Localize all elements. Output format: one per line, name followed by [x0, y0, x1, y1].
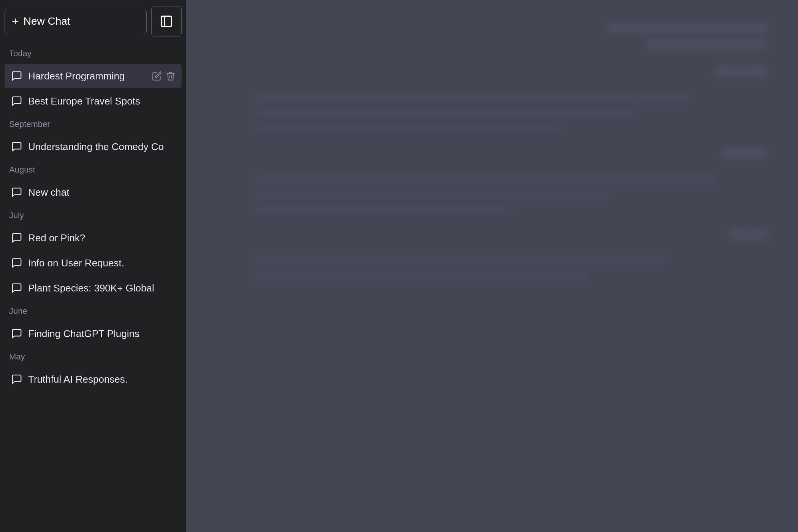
- section-september: September Understanding the Comedy Co: [5, 116, 182, 159]
- chat-icon: [11, 141, 23, 153]
- chat-title: New chat: [28, 187, 176, 198]
- chat-icon: [11, 373, 23, 385]
- chat-icon: [11, 257, 23, 269]
- sidebar-toggle-button[interactable]: [151, 6, 182, 36]
- blurred-chat-area: [186, 0, 798, 532]
- chat-item-truthful-ai[interactable]: Truthful AI Responses.: [5, 367, 182, 391]
- chat-item-plant-species[interactable]: Plant Species: 390K+ Global: [5, 276, 182, 300]
- section-label-june: June: [5, 303, 182, 319]
- chat-title: Info on User Request.: [28, 257, 176, 269]
- section-today: Today Hardest Programming: [5, 46, 182, 113]
- trash-icon[interactable]: [166, 71, 176, 81]
- chat-icon: [11, 186, 23, 198]
- chat-item-finding-chatgpt[interactable]: Finding ChatGPT Plugins: [5, 321, 182, 346]
- section-june: June Finding ChatGPT Plugins: [5, 303, 182, 346]
- new-chat-button[interactable]: + New Chat: [5, 9, 147, 34]
- chat-title: Plant Species: 390K+ Global: [28, 282, 176, 294]
- chat-item-new-chat-aug[interactable]: New chat: [5, 180, 182, 204]
- sidebar-toggle-icon: [160, 14, 173, 28]
- chat-title: Finding ChatGPT Plugins: [28, 328, 176, 340]
- new-chat-label: New Chat: [24, 15, 70, 27]
- chat-item-best-europe[interactable]: Best Europe Travel Spots: [5, 89, 182, 113]
- section-label-september: September: [5, 116, 182, 132]
- chat-title: Best Europe Travel Spots: [28, 95, 176, 107]
- sidebar: + New Chat Today Hardest Programming: [0, 0, 186, 532]
- chat-title: Red or Pink?: [28, 232, 176, 244]
- action-icons: [152, 71, 176, 81]
- section-label-may: May: [5, 349, 182, 365]
- chat-title: Understanding the Comedy Co: [28, 141, 176, 153]
- chat-icon: [11, 328, 23, 340]
- section-august: August New chat: [5, 162, 182, 204]
- chat-item-comedy[interactable]: Understanding the Comedy Co: [5, 135, 182, 159]
- section-label-today: Today: [5, 46, 182, 62]
- chat-icon: [11, 95, 23, 107]
- section-label-july: July: [5, 207, 182, 223]
- main-content: [186, 0, 798, 532]
- section-may: May Truthful AI Responses.: [5, 349, 182, 391]
- section-july: July Red or Pink? Info on User Request.: [5, 207, 182, 300]
- chat-title: Truthful AI Responses.: [28, 374, 176, 385]
- svg-rect-0: [162, 16, 172, 27]
- chat-icon: [11, 232, 23, 244]
- chat-icon: [11, 70, 23, 82]
- sidebar-header: + New Chat: [5, 6, 182, 36]
- chat-item-hardest-programming[interactable]: Hardest Programming: [5, 64, 182, 88]
- chat-title: Hardest Programming: [28, 70, 147, 82]
- section-label-august: August: [5, 162, 182, 178]
- chat-item-red-or-pink[interactable]: Red or Pink?: [5, 226, 182, 250]
- chat-icon: [11, 282, 23, 294]
- chat-item-info-user-request[interactable]: Info on User Request.: [5, 251, 182, 275]
- edit-icon[interactable]: [152, 71, 162, 81]
- chat-sections: Today Hardest Programming: [5, 46, 182, 394]
- plus-icon: +: [12, 14, 19, 28]
